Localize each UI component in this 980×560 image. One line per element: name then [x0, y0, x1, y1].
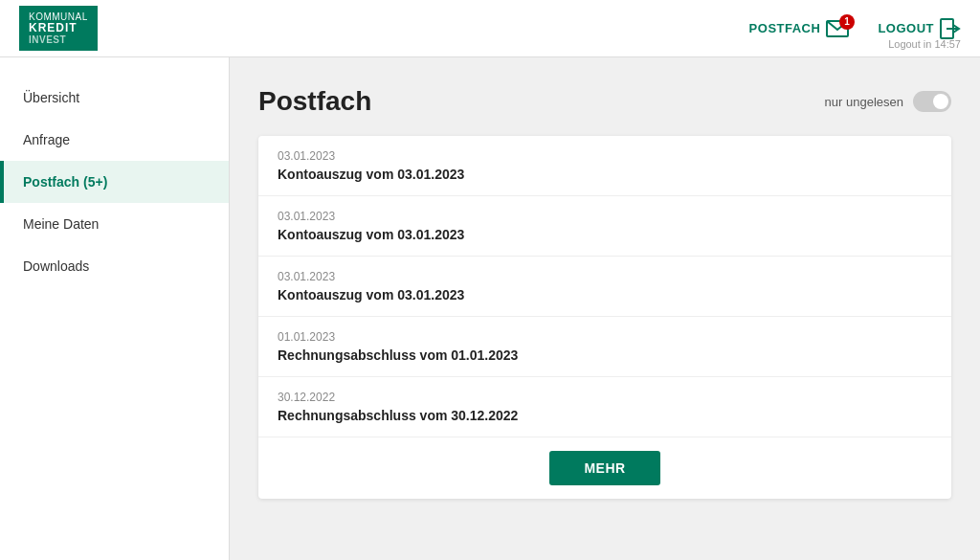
sidebar-label-meine-daten: Meine Daten	[23, 216, 99, 232]
header: KOMMUNAL KREDIT INVEST POSTFACH 1 LOGOUT	[0, 0, 980, 57]
message-date: 30.12.2022	[278, 391, 932, 404]
sidebar-item-anfrage[interactable]: Anfrage	[0, 119, 229, 161]
mehr-button[interactable]: MEHR	[549, 451, 659, 485]
logo[interactable]: KOMMUNAL KREDIT INVEST	[19, 6, 98, 51]
postfach-nav-button[interactable]: POSTFACH 1	[749, 20, 850, 37]
message-date: 03.01.2023	[278, 270, 932, 283]
sidebar-label-postfach: Postfach (5+)	[23, 174, 107, 190]
message-title: Kontoauszug vom 03.01.2023	[278, 227, 932, 242]
sidebar: Übersicht Anfrage Postfach (5+) Meine Da…	[0, 57, 230, 560]
logo-line3: INVEST	[29, 34, 88, 45]
unread-toggle[interactable]	[913, 91, 951, 112]
message-item[interactable]: 03.01.2023 Kontoauszug vom 03.01.2023	[258, 257, 951, 317]
filter-label: nur ungelesen	[825, 95, 903, 109]
message-footer: MEHR	[258, 437, 951, 499]
postfach-nav-label: POSTFACH	[749, 21, 821, 35]
filter-row: nur ungelesen	[825, 91, 951, 112]
message-date: 03.01.2023	[278, 149, 932, 163]
message-title: Rechnungsabschluss vom 01.01.2023	[278, 347, 932, 363]
message-date: 01.01.2023	[278, 330, 932, 344]
message-list: 03.01.2023 Kontoauszug vom 03.01.2023 03…	[258, 136, 951, 499]
message-item[interactable]: 01.01.2023 Rechnungsabschluss vom 01.01.…	[258, 317, 951, 377]
logout-button[interactable]: LOGOUT	[878, 18, 961, 39]
header-right: POSTFACH 1 LOGOUT	[749, 18, 961, 39]
message-item[interactable]: 03.01.2023 Kontoauszug vom 03.01.2023	[258, 136, 951, 196]
sidebar-item-downloads[interactable]: Downloads	[0, 245, 229, 287]
logout-icon	[940, 18, 961, 39]
sidebar-item-postfach[interactable]: Postfach (5+)	[0, 161, 229, 203]
page-title: Postfach	[258, 86, 371, 117]
logout-label: LOGOUT	[878, 21, 934, 35]
message-item[interactable]: 30.12.2022 Rechnungsabschluss vom 30.12.…	[258, 377, 951, 437]
main-layout: Übersicht Anfrage Postfach (5+) Meine Da…	[0, 57, 980, 560]
postfach-icon-wrap: 1	[826, 20, 849, 37]
sidebar-item-uebersicht[interactable]: Übersicht	[0, 77, 229, 119]
sidebar-label-downloads: Downloads	[23, 258, 89, 274]
content-area: Postfach nur ungelesen 03.01.2023 Kontoa…	[230, 57, 980, 560]
message-date: 03.01.2023	[278, 210, 932, 223]
message-title: Rechnungsabschluss vom 30.12.2022	[278, 408, 932, 423]
page-header: Postfach nur ungelesen	[258, 86, 951, 117]
sidebar-label-uebersicht: Übersicht	[23, 90, 79, 105]
logo-line2: KREDIT	[29, 22, 88, 34]
sidebar-item-meine-daten[interactable]: Meine Daten	[0, 203, 229, 245]
message-title: Kontoauszug vom 03.01.2023	[278, 167, 932, 182]
message-title: Kontoauszug vom 03.01.2023	[278, 287, 932, 302]
message-item[interactable]: 03.01.2023 Kontoauszug vom 03.01.2023	[258, 196, 951, 257]
sidebar-label-anfrage: Anfrage	[23, 132, 70, 147]
session-info: Logout in 14:57	[888, 38, 961, 50]
postfach-badge: 1	[839, 14, 855, 30]
